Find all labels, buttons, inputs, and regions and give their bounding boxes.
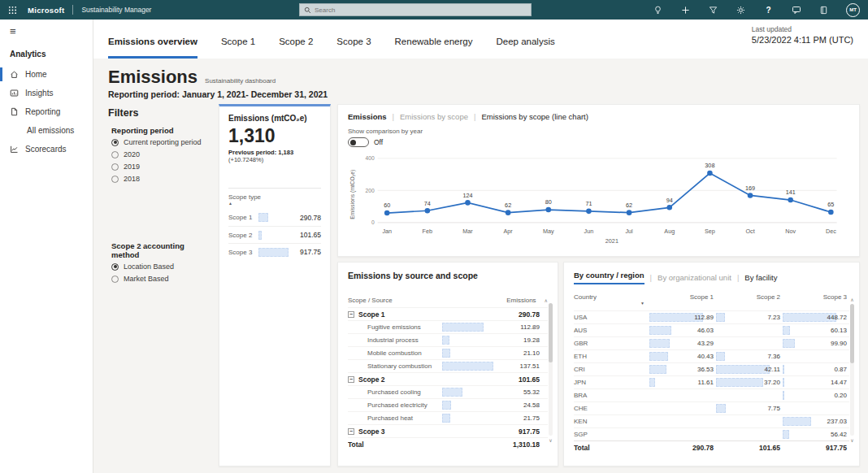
feedback-icon[interactable] (791, 5, 801, 15)
country-row-cri[interactable]: CRI36.5342.110.87 (574, 362, 849, 375)
sidebar-item-all-emissions[interactable]: All emissions (0, 121, 93, 140)
source-row-value: 917.75 (497, 427, 540, 436)
country-row-gbr[interactable]: GBR43.2999.90 (574, 336, 849, 349)
country-row-usa[interactable]: USA112.897.23448.72 (574, 310, 849, 323)
source-table-scrollbar[interactable]: ∨ (548, 302, 553, 443)
radio-option-2018[interactable]: 2018 (111, 175, 212, 183)
comparison-toggle[interactable] (348, 137, 369, 147)
country-tab-by-country-region[interactable]: By country / region (574, 271, 644, 284)
radio-option-current-reporting-period[interactable]: Current reporting period (111, 138, 212, 146)
chart-tab-emissions-by-scope-line-chart-[interactable]: Emissions by scope (line chart) (481, 112, 588, 121)
source-row-total[interactable]: Total1,310.18 (348, 437, 548, 450)
source-row-scope-3[interactable]: −Scope 3917.75 (348, 424, 548, 437)
tab-scope-1[interactable]: Scope 1 (221, 37, 255, 59)
country-tab-by-organizational-unit[interactable]: By organizational unit (658, 273, 731, 282)
scope-type-row[interactable]: Scope 1290.78 (228, 209, 321, 226)
sidebar-item-label: Home (25, 70, 47, 79)
source-row-mobile-combustion[interactable]: Mobile combustion21.10 (348, 346, 548, 359)
country-cell: 37.20 (716, 376, 783, 389)
sort-desc-icon[interactable]: ▼ (640, 301, 644, 306)
collapse-icon[interactable]: − (348, 376, 354, 383)
app-launcher-icon[interactable] (0, 6, 24, 15)
tab-scope-2[interactable]: Scope 2 (279, 37, 313, 59)
source-row-industrial-process[interactable]: Industrial process19.28 (348, 333, 548, 346)
help-icon[interactable]: ? (763, 5, 774, 15)
country-row-aus[interactable]: AUS46.0360.13 (574, 323, 849, 336)
settings-icon[interactable] (736, 5, 746, 15)
svg-text:Jun: Jun (584, 228, 594, 235)
radio-option-2019[interactable]: 2019 (111, 163, 212, 171)
tab-deep-analysis[interactable]: Deep analysis (496, 37, 554, 59)
country-cell-value: 40.43 (697, 353, 714, 360)
scope-type-row[interactable]: Scope 2101.65 (228, 226, 321, 243)
sidebar-item-home[interactable]: Home (0, 65, 93, 84)
filter-group: Reporting periodCurrent reporting period… (108, 126, 212, 183)
column-header-country[interactable]: Country▼ (574, 293, 649, 301)
chart-tab-emissions-by-scope[interactable]: Emissions by scope (400, 112, 468, 121)
filter-icon[interactable] (708, 5, 718, 15)
country-row-eth[interactable]: ETH40.437.36 (574, 349, 849, 362)
collapse-icon[interactable]: − (348, 311, 354, 318)
svg-text:400: 400 (366, 155, 375, 161)
tab-renewable-energy[interactable]: Renewable energy (395, 37, 473, 59)
collapse-icon[interactable]: − (348, 428, 354, 435)
source-col-header[interactable]: Scope / Source (348, 297, 494, 304)
source-row-purchased-cooling[interactable]: Purchased cooling55.32 (348, 385, 548, 398)
emissions-line-chart[interactable]: 0200400Emissions (mtCO₂e)60Jan74Feb124Ma… (348, 149, 849, 251)
source-row-purchased-electricity[interactable]: Purchased electricity24.58 (348, 398, 548, 411)
chart-tab-emissions[interactable]: Emissions (348, 112, 387, 121)
scope-type-row[interactable]: Scope 3917.75 (228, 243, 321, 260)
tab-emissions-overview[interactable]: Emissions overview (108, 37, 197, 59)
country-row-ken[interactable]: KEN237.03 (574, 414, 849, 427)
sidebar-item-reporting[interactable]: Reporting (0, 102, 93, 121)
sidebar-item-insights[interactable]: Insights (0, 84, 93, 102)
country-cell (783, 402, 849, 415)
radio-label: 2019 (124, 163, 140, 171)
column-header-scope-2[interactable]: Scope 2 (716, 293, 783, 301)
search-input[interactable] (315, 7, 527, 14)
sidebar-item-scorecards[interactable]: Scorecards (0, 140, 93, 158)
country-row-total[interactable]: Total290.78101.65917.75 (574, 440, 849, 453)
radio-icon[interactable] (111, 151, 119, 158)
menu-toggle-icon[interactable]: ≡ (10, 26, 93, 37)
last-updated-label: Last updated (752, 25, 853, 33)
column-header-scope-3[interactable]: Scope 3 (783, 293, 849, 301)
scope-type-header[interactable]: Scope type (228, 193, 321, 201)
column-header-scope-1[interactable]: Scope 1 (649, 293, 716, 301)
radio-icon[interactable] (111, 276, 119, 283)
emissions-col-header[interactable]: Emissions (494, 297, 536, 304)
tab-scope-3[interactable]: Scope 3 (336, 37, 371, 59)
radio-option-2020[interactable]: 2020 (111, 150, 212, 158)
country-row-bra[interactable]: BRA0.20 (574, 388, 849, 401)
radio-option-location-based[interactable]: Location Based (111, 263, 212, 271)
filter-group-label: Scope 2 accounting method (111, 241, 212, 259)
country-tab-by-facility[interactable]: By facility (744, 273, 777, 282)
add-icon[interactable] (680, 5, 691, 15)
scroll-down-icon[interactable]: ∨ (850, 437, 853, 443)
guide-icon[interactable] (818, 5, 829, 15)
country-row-jpn[interactable]: JPN11.6137.2014.47 (574, 375, 849, 388)
radio-icon[interactable] (111, 139, 119, 146)
source-row-scope-1[interactable]: −Scope 1290.78 (348, 307, 548, 320)
country-table-scrollbar[interactable]: ∧ ∨ (849, 297, 855, 443)
country-row-sgp[interactable]: SGP56.42 (574, 427, 849, 440)
scroll-up-icon[interactable]: ∧ (850, 297, 853, 302)
lightbulb-icon[interactable] (653, 5, 663, 15)
avatar[interactable]: MT (846, 3, 860, 17)
search-box[interactable] (299, 3, 532, 16)
source-row-purchased-heat[interactable]: Purchased heat21.75 (348, 411, 548, 424)
radio-icon[interactable] (111, 163, 119, 171)
radio-icon[interactable] (111, 176, 119, 183)
source-row-fugitive-emissions[interactable]: Fugitive emissions112.89 (348, 320, 548, 333)
source-row-scope-2[interactable]: −Scope 2101.65 (348, 372, 548, 385)
radio-option-market-based[interactable]: Market Based (111, 275, 212, 283)
radio-icon[interactable] (111, 263, 119, 271)
scroll-down-icon[interactable]: ∨ (549, 437, 552, 443)
source-row-bar (442, 323, 497, 332)
country-cell-value: 290.78 (692, 444, 714, 452)
source-row-stationary-combustion[interactable]: Stationary combustion137.51 (348, 359, 548, 372)
source-row-label: Stationary combustion (348, 362, 442, 370)
country-cell (716, 428, 783, 441)
country-name: GBR (574, 340, 649, 347)
country-row-che[interactable]: CHE7.75 (574, 401, 849, 414)
